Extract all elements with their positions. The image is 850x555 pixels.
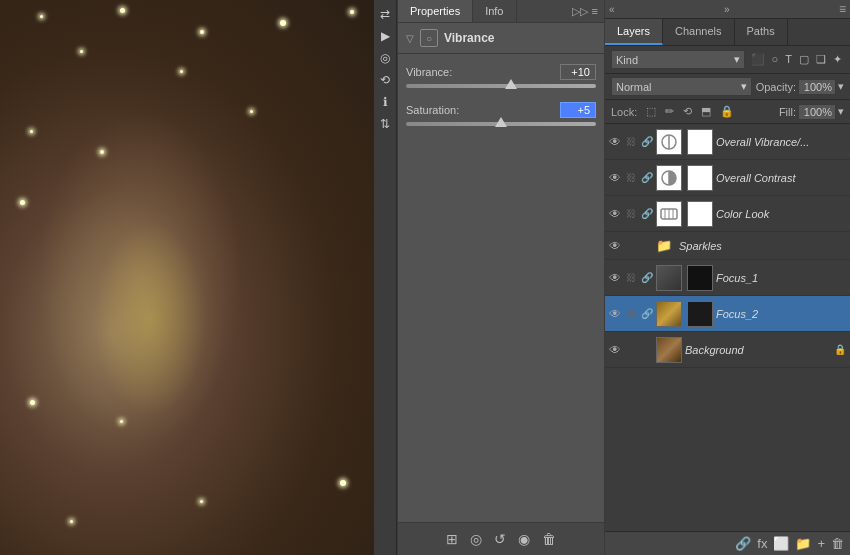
layer-link-5[interactable]: 🔗: [641, 308, 653, 319]
lock-icon-transparent[interactable]: ⬚: [643, 103, 659, 120]
opacity-chevron[interactable]: ▾: [838, 80, 844, 93]
toolbar-btn-swap[interactable]: ⇄: [375, 4, 395, 24]
layers-footer: 🔗 fx ⬜ 📁 + 🗑: [605, 531, 850, 555]
layer-item-background[interactable]: 👁 Background 🔒: [605, 332, 850, 368]
opacity-value[interactable]: 100%: [798, 79, 836, 95]
kind-icon-smart[interactable]: ❑: [814, 52, 828, 67]
sparkle: [30, 130, 33, 133]
layer-link-2[interactable]: 🔗: [641, 172, 653, 183]
topbar-left-arrows[interactable]: «: [609, 4, 615, 15]
layer-mask-color-look: [687, 201, 713, 227]
properties-body: Vibrance: +10 Saturation: +5: [398, 54, 604, 522]
lock-icon-position[interactable]: ⬒: [698, 103, 714, 120]
vibrance-slider-track[interactable]: [406, 84, 596, 88]
layer-eye-sparkles[interactable]: 👁: [609, 239, 623, 253]
toolbar-btn-rotate[interactable]: ⟲: [375, 70, 395, 90]
layers-footer-icon-group[interactable]: 📁: [795, 536, 811, 551]
tab-info[interactable]: Info: [473, 0, 516, 22]
kind-icon-row: ⬛ ○ T ▢ ❑ ✦: [749, 52, 844, 67]
lock-icon-all[interactable]: 🔒: [717, 103, 737, 120]
kind-icon-shape[interactable]: ▢: [797, 52, 811, 67]
opacity-group: Opacity: 100% ▾: [756, 79, 844, 95]
lock-icon-paint[interactable]: ✏: [662, 103, 677, 120]
layers-footer-icon-mask[interactable]: ⬜: [773, 536, 789, 551]
footer-icon-reset[interactable]: ↺: [494, 531, 506, 547]
layer-link-4[interactable]: 🔗: [641, 272, 653, 283]
saturation-row: Saturation: +5: [406, 102, 596, 126]
layer-item-sparkles[interactable]: 👁 📁 Sparkles: [605, 232, 850, 260]
fill-value[interactable]: 100%: [798, 104, 836, 120]
sparkle: [20, 200, 25, 205]
layer-name-focus1: Focus_1: [716, 272, 846, 284]
layer-mask-focus1: [687, 265, 713, 291]
layer-chain-5: ⛓: [626, 308, 638, 319]
layer-link-3[interactable]: 🔗: [641, 208, 653, 219]
layer-item-focus1[interactable]: 👁 ⛓ 🔗 Focus_1: [605, 260, 850, 296]
kind-icon-pixel[interactable]: ⬛: [749, 52, 767, 67]
kind-icon-fx[interactable]: ✦: [831, 52, 844, 67]
layer-thumb-vibrance: [656, 129, 682, 155]
footer-icon-view[interactable]: ◎: [470, 531, 482, 547]
layer-item-overall-vibrance[interactable]: 👁 ⛓ 🔗 Overall Vibrance/...: [605, 124, 850, 160]
footer-icon-mask[interactable]: ⊞: [446, 531, 458, 547]
lock-icons: ⬚ ✏ ⟲ ⬒ 🔒: [643, 103, 737, 120]
layer-eye-overall-vibrance[interactable]: 👁: [609, 135, 623, 149]
layer-eye-color-look[interactable]: 👁: [609, 207, 623, 221]
blend-mode-dropdown[interactable]: Normal ▾: [611, 77, 752, 96]
fill-chevron[interactable]: ▾: [838, 105, 844, 118]
layer-chain-3: ⛓: [626, 208, 638, 219]
sparkle: [70, 520, 73, 523]
toolbar-btn-sort[interactable]: ⇅: [375, 114, 395, 134]
layer-chain-4: ⛓: [626, 272, 638, 283]
sparkle: [280, 20, 286, 26]
layer-eye-contrast[interactable]: 👁: [609, 171, 623, 185]
tab-layers[interactable]: Layers: [605, 19, 663, 45]
kind-dropdown[interactable]: Kind ▾: [611, 50, 745, 69]
vibrance-label-row: Vibrance: +10: [406, 64, 596, 80]
vibrance-value[interactable]: +10: [560, 64, 596, 80]
props-menu-icon[interactable]: ≡: [592, 5, 598, 18]
layer-mask-contrast: [687, 165, 713, 191]
topbar-right-arrows[interactable]: »: [724, 4, 730, 15]
layer-item-color-look[interactable]: 👁 ⛓ 🔗 Color Look: [605, 196, 850, 232]
kind-icon-adjust[interactable]: ○: [770, 52, 781, 67]
layer-thumb-color-look: [656, 201, 682, 227]
vibrance-slider-thumb[interactable]: [505, 79, 517, 89]
lock-row: Lock: ⬚ ✏ ⟲ ⬒ 🔒 Fill: 100% ▾: [605, 100, 850, 124]
kind-icon-type[interactable]: T: [783, 52, 794, 67]
layer-eye-focus1[interactable]: 👁: [609, 271, 623, 285]
layer-name-background: Background: [685, 344, 831, 356]
right-panel: « » ≡ Layers Channels Paths Kind ▾ ⬛ ○ T…: [605, 0, 850, 555]
layer-chain-1: ⛓: [626, 136, 638, 147]
saturation-value[interactable]: +5: [560, 102, 596, 118]
layers-footer-icon-add[interactable]: +: [817, 536, 825, 551]
layer-eye-background[interactable]: 👁: [609, 343, 623, 357]
layer-item-overall-contrast[interactable]: 👁 ⛓ 🔗 Overall Contrast: [605, 160, 850, 196]
tab-channels[interactable]: Channels: [663, 19, 734, 45]
sparkle: [340, 480, 346, 486]
layer-name-overall-contrast: Overall Contrast: [716, 172, 846, 184]
layers-footer-icon-fx[interactable]: fx: [757, 536, 767, 551]
toolbar-btn-play[interactable]: ▶: [375, 26, 395, 46]
toolbar-btn-info[interactable]: ℹ: [375, 92, 395, 112]
footer-icon-delete[interactable]: 🗑: [542, 531, 556, 547]
layer-link-1[interactable]: 🔗: [641, 136, 653, 147]
toolbar-btn-circle[interactable]: ◎: [375, 48, 395, 68]
layer-item-focus2[interactable]: 👁 ⛓ 🔗 Focus_2: [605, 296, 850, 332]
sparkle: [40, 15, 43, 18]
footer-icon-eye[interactable]: ◉: [518, 531, 530, 547]
tab-properties[interactable]: Properties: [398, 0, 473, 22]
saturation-slider-track[interactable]: [406, 122, 596, 126]
layer-name-focus2: Focus_2: [716, 308, 846, 320]
flower-overlay: [94, 222, 206, 416]
lock-icon-artboard[interactable]: ⟲: [680, 103, 695, 120]
props-expand-icon[interactable]: ▷▷: [572, 5, 588, 18]
topbar-menu-icon[interactable]: ≡: [839, 2, 846, 16]
layer-name-sparkles: Sparkles: [679, 240, 722, 252]
layer-eye-focus2[interactable]: 👁: [609, 307, 623, 321]
saturation-slider-thumb[interactable]: [495, 117, 507, 127]
sparkle: [350, 10, 354, 14]
layers-footer-icon-delete[interactable]: 🗑: [831, 536, 844, 551]
tab-paths[interactable]: Paths: [735, 19, 788, 45]
layers-footer-icon-link[interactable]: 🔗: [735, 536, 751, 551]
